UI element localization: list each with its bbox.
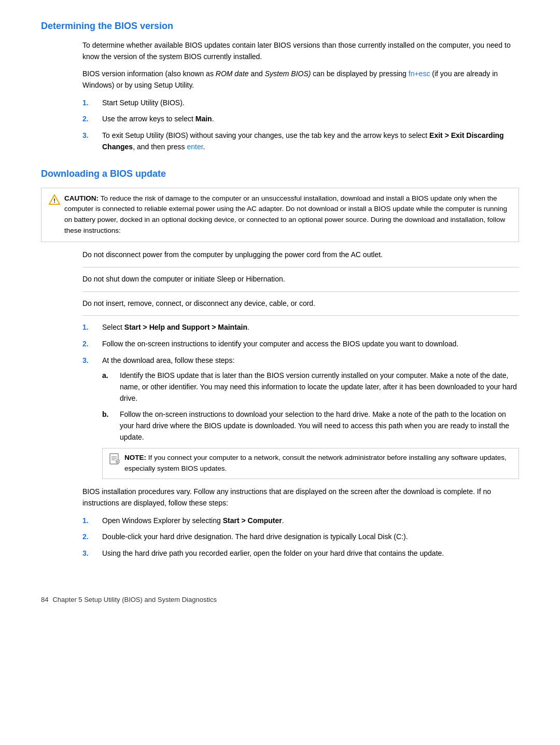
footer-chapter: Chapter 5 Setup Utility (BIOS) and Syste… xyxy=(52,596,216,603)
final-step3-text: Using the hard drive path you recorded e… xyxy=(102,548,519,559)
final-steps: 1. Open Windows Explorer by selecting St… xyxy=(82,515,519,559)
note-icon xyxy=(109,453,120,468)
final-step2-text: Double-click your hard drive designation… xyxy=(102,531,519,543)
bios-version-para2: BIOS version information (also known as … xyxy=(82,68,519,91)
page-number: 84 xyxy=(41,596,48,603)
section-bios-download: Downloading a BIOS update ! CAUTION: To … xyxy=(41,168,519,559)
warning-para2: Do not shut down the computer or initiat… xyxy=(82,274,519,285)
final-step3-num: 3. xyxy=(82,548,98,559)
section-bios-version-content: To determine whether available BIOS upda… xyxy=(82,40,519,91)
sub-step-a: a. Identify the BIOS update that is late… xyxy=(102,370,519,404)
bios-version-para2-before: BIOS version information (also known as xyxy=(82,69,216,78)
bios-version-para2-after: can be displayed by pressing xyxy=(311,69,408,78)
divider1 xyxy=(82,267,519,268)
download-steps: 1. Select Start > Help and Support > Mai… xyxy=(82,322,519,481)
divider3 xyxy=(82,315,519,316)
sub-step-b-label: b. xyxy=(102,409,115,443)
step2-text: Use the arrow keys to select Main. xyxy=(102,114,519,125)
step1-text: Start Setup Utility (BIOS). xyxy=(102,97,519,109)
download-step2-num: 2. xyxy=(82,339,98,350)
warning-para1: Do not disconnect power from the compute… xyxy=(82,249,519,261)
warning-paragraphs: Do not disconnect power from the compute… xyxy=(82,249,519,316)
download-step3-text: At the download area, follow these steps… xyxy=(102,356,234,364)
download-step3-num: 3. xyxy=(82,355,98,482)
page-container: Determining the BIOS version To determin… xyxy=(0,0,560,645)
final-step1-num: 1. xyxy=(82,515,98,527)
bios-version-rom-date: ROM date xyxy=(216,69,249,78)
sub-step-a-label: a. xyxy=(102,370,115,404)
caution-icon: ! xyxy=(49,194,60,205)
sub-steps: a. Identify the BIOS update that is late… xyxy=(102,370,519,443)
caution-text: CAUTION: To reduce the risk of damage to… xyxy=(64,193,511,237)
section-title-bios-download: Downloading a BIOS update xyxy=(41,168,519,180)
step3-text: To exit Setup Utility (BIOS) without sav… xyxy=(102,130,519,152)
final-step1-text: Open Windows Explorer by selecting Start… xyxy=(102,515,519,527)
download-step2: 2. Follow the on-screen instructions to … xyxy=(82,339,519,350)
note-label: NOTE: xyxy=(124,454,148,461)
sub-step-a-text: Identify the BIOS update that is later t… xyxy=(120,370,519,404)
final-step1-bold: Start > Computer xyxy=(223,516,282,525)
page-footer: 84 Chapter 5 Setup Utility (BIOS) and Sy… xyxy=(41,591,519,603)
note-text: NOTE: If you connect your computer to a … xyxy=(124,453,512,474)
step3-num: 3. xyxy=(82,130,98,152)
download-step1-bold: Start > Help and Support > Maintain xyxy=(124,323,247,331)
caution-body: To reduce the risk of damage to the comp… xyxy=(64,194,507,235)
step1-num: 1. xyxy=(82,97,98,109)
sub-step-b: b. Follow the on-screen instructions to … xyxy=(102,409,519,443)
section-title-bios-version: Determining the BIOS version xyxy=(41,21,519,33)
step3-bold: Exit > Exit Discarding Changes xyxy=(102,131,504,151)
bios-version-step3: 3. To exit Setup Utility (BIOS) without … xyxy=(82,130,519,152)
divider2 xyxy=(82,291,519,292)
step2-num: 2. xyxy=(82,114,98,125)
download-step3-content: At the download area, follow these steps… xyxy=(102,355,519,482)
note-body: If you connect your computer to a networ… xyxy=(124,454,507,472)
bios-version-step2: 2. Use the arrow keys to select Main. xyxy=(82,114,519,125)
section-bios-version: Determining the BIOS version To determin… xyxy=(41,21,519,153)
fn-esc-link[interactable]: fn+esc xyxy=(409,69,430,78)
final-step2-num: 2. xyxy=(82,531,98,543)
download-step2-text: Follow the on-screen instructions to ide… xyxy=(102,339,519,350)
sub-step-b-text: Follow the on-screen instructions to dow… xyxy=(120,409,519,443)
bios-version-para2-mid: and xyxy=(249,69,265,78)
caution-box: ! CAUTION: To reduce the risk of damage … xyxy=(41,188,519,243)
bios-version-para1-text: To determine whether available BIOS upda… xyxy=(82,41,511,61)
download-step1-text: Select Start > Help and Support > Mainta… xyxy=(102,322,519,333)
svg-text:!: ! xyxy=(53,198,55,204)
note-box: NOTE: If you connect your computer to a … xyxy=(102,448,519,479)
final-step2: 2. Double-click your hard drive designat… xyxy=(82,531,519,543)
enter-link[interactable]: enter xyxy=(187,143,203,151)
step2-bold: Main xyxy=(195,115,212,123)
bios-version-system-bios: System BIOS) xyxy=(265,69,311,78)
bios-version-step1: 1. Start Setup Utility (BIOS). xyxy=(82,97,519,109)
final-step1: 1. Open Windows Explorer by selecting St… xyxy=(82,515,519,527)
caution-label: CAUTION: xyxy=(64,194,101,202)
post-steps-text: BIOS installation procedures vary. Follo… xyxy=(82,486,519,509)
bios-version-para1: To determine whether available BIOS upda… xyxy=(82,40,519,62)
footer-text: 84 Chapter 5 Setup Utility (BIOS) and Sy… xyxy=(41,596,519,603)
warning-para3: Do not insert, remove, connect, or disco… xyxy=(82,298,519,310)
download-step3: 3. At the download area, follow these st… xyxy=(82,355,519,482)
final-step3: 3. Using the hard drive path you recorde… xyxy=(82,548,519,559)
download-step1: 1. Select Start > Help and Support > Mai… xyxy=(82,322,519,333)
bios-version-steps: 1. Start Setup Utility (BIOS). 2. Use th… xyxy=(82,97,519,153)
download-step1-num: 1. xyxy=(82,322,98,333)
